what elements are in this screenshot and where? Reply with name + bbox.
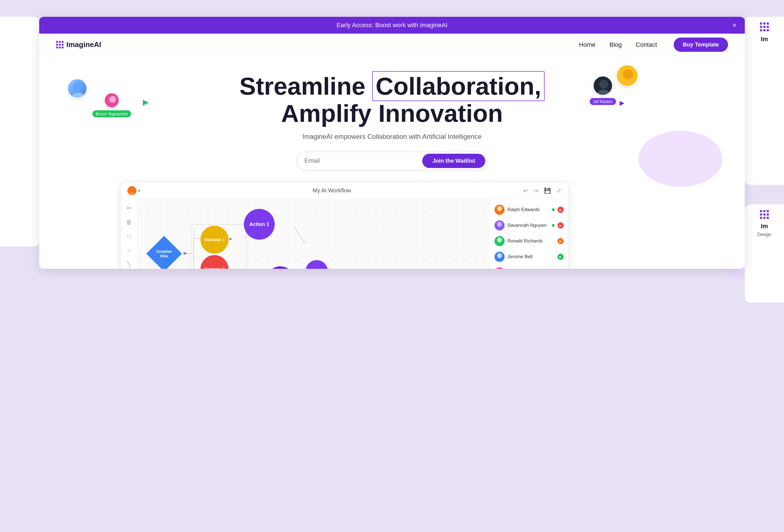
ronald-play-btn[interactable]: ▶ [558, 238, 564, 244]
close-icon[interactable]: × [732, 21, 736, 29]
avatar-pink: Bruce Tognazzini [92, 92, 131, 117]
play-label: ▶ [314, 267, 319, 269]
workflow-canvas: CreativeIdea ▶ Outcome 1 ▶ Outcome 2 ▶ [138, 199, 490, 269]
avatar-img-yellow [616, 64, 638, 87]
arrow-to-box: ▶ [184, 250, 187, 256]
nav-contact[interactable]: Contact [636, 41, 657, 49]
nav-home[interactable]: Home [579, 41, 595, 49]
side-panel-right-top: Im [745, 17, 784, 185]
ralph-name: Ralph Edwards [507, 207, 549, 213]
avatar-img-blue [67, 78, 87, 99]
action1-label: Action 1 [249, 222, 269, 227]
outcome1-label: Outcome 1 [204, 237, 225, 242]
avatar-img-dark [593, 76, 613, 96]
ralph-avatar [495, 205, 505, 215]
navigation: ImagineAI Home Blog Contact Buy Template [39, 34, 745, 56]
svg-point-9 [129, 192, 135, 195]
node-action2[interactable]: Action 2 [266, 266, 294, 269]
svg-point-2 [109, 96, 116, 103]
redo-icon[interactable]: ↪ [534, 187, 538, 194]
pencil-tool[interactable]: ✏ [127, 205, 132, 212]
banner-text: Early Access: Boost work with imagineAI [337, 22, 447, 29]
logo-dots-right2 [760, 210, 769, 219]
workflow-header: ▾ My AI Workflow ↩ ↪ 💾 ⤢ [121, 182, 568, 199]
side-label-im: Im [761, 35, 768, 43]
email-input[interactable] [299, 154, 422, 168]
svg-point-21 [497, 206, 502, 211]
node-action2-play[interactable]: ▶ [306, 260, 328, 269]
avatar-yellow [616, 64, 638, 87]
workflow-tools: ✏ 🗑 □ ○ ╲ [121, 199, 138, 269]
title-start: Streamline [240, 72, 372, 100]
user-row-ralph: Ralph Edwards ▶ [495, 203, 564, 216]
workflow-right-panel: Ralph Edwards ▶ Savannah Nguyen ▶ [490, 199, 568, 269]
nav-links: Home Blog Contact [579, 41, 657, 49]
logo: ImagineAI [56, 40, 101, 49]
workflow-user-btn[interactable]: ▾ [128, 186, 140, 195]
canvas-lines [138, 199, 490, 269]
logo-dots [56, 41, 63, 49]
share-icon[interactable]: ⤢ [557, 187, 561, 194]
avatar-img-pink [104, 92, 119, 108]
ronald-name: Ronald Richards [507, 238, 555, 244]
savannah-name: Savannah Nguyen [507, 223, 549, 228]
svg-point-28 [496, 259, 503, 262]
svg-point-0 [74, 83, 83, 91]
workflow-panel: ▾ My AI Workflow ↩ ↪ 💾 ⤢ ✏ 🗑 □ ○ ╲ [120, 182, 568, 269]
top-banner: Early Access: Boost work with imagineAI … [39, 17, 745, 34]
nav-blog[interactable]: Blog [609, 41, 622, 49]
workflow-title: My AI Workflow [140, 187, 523, 194]
outcome2-label: Outcome 2 [204, 267, 225, 269]
ralph-play-btn[interactable]: ▶ [558, 207, 564, 213]
avatar-dark: Jef Raskin [590, 76, 616, 105]
workflow-user-avatar [128, 186, 136, 195]
dropdown-chevron: ▾ [138, 188, 140, 193]
svg-line-17 [294, 227, 306, 244]
arrow-outcome2: ▶ [229, 267, 232, 269]
save-icon[interactable]: 💾 [544, 187, 551, 194]
logo-text: ImagineAI [66, 40, 101, 49]
jerome-name: Jerome Bell [507, 254, 555, 259]
jerome-play-btn[interactable]: ▶ [558, 254, 564, 260]
node-outcome1[interactable]: Outcome 1 [200, 226, 228, 254]
circle-tool[interactable]: ○ [127, 247, 131, 254]
side-label-design: Design [757, 232, 772, 237]
waitlist-button[interactable]: Join the Waitlist [422, 154, 485, 168]
jef-label: Jef Raskin [590, 98, 616, 105]
svg-point-1 [72, 93, 85, 99]
arrow-outcome1: ▶ [229, 236, 232, 241]
svg-point-27 [497, 253, 502, 258]
svg-point-3 [108, 105, 118, 108]
svg-point-5 [597, 90, 610, 96]
square-tool[interactable]: □ [127, 233, 131, 240]
trash-tool[interactable]: 🗑 [126, 219, 132, 226]
user-row-savannah: Savannah Nguyen ▶ [495, 219, 564, 231]
workflow-header-icons: ↩ ↪ 💾 ⤢ [523, 187, 561, 194]
hero-blob [638, 131, 722, 187]
buy-template-button[interactable]: Buy Template [674, 37, 728, 52]
avatar-blue [67, 78, 87, 99]
savannah-online-dot [552, 224, 555, 227]
node-creative-idea[interactable]: CreativeIdea [146, 236, 182, 269]
svg-point-25 [497, 237, 502, 243]
svg-point-24 [496, 228, 503, 230]
title-highlight: Collaboration, [372, 71, 544, 101]
user-row-jerome: Jerome Bell ▶ [495, 251, 564, 263]
savannah-play-btn[interactable]: ▶ [558, 222, 564, 228]
brooklyn-avatar [495, 268, 505, 269]
ralph-online-dot [552, 208, 555, 211]
workflow-body: ✏ 🗑 □ ○ ╲ [121, 199, 568, 269]
undo-icon[interactable]: ↩ [523, 187, 528, 194]
svg-point-8 [130, 187, 134, 192]
hero-subtitle: ImagineAI empowers Collaboration with Ar… [302, 133, 482, 141]
svg-point-6 [623, 69, 633, 79]
line-tool[interactable]: ╲ [127, 261, 131, 268]
logo-dots-right [760, 22, 769, 31]
bruce-label: Bruce Tognazzini [92, 110, 131, 117]
node-action1[interactable]: Action 1 [244, 209, 275, 240]
savannah-avatar [495, 220, 505, 230]
deco-arrow: ▶ [143, 97, 149, 107]
side-panel-left [0, 17, 39, 246]
email-form: Join the Waitlist [297, 152, 487, 170]
svg-point-7 [620, 80, 636, 87]
